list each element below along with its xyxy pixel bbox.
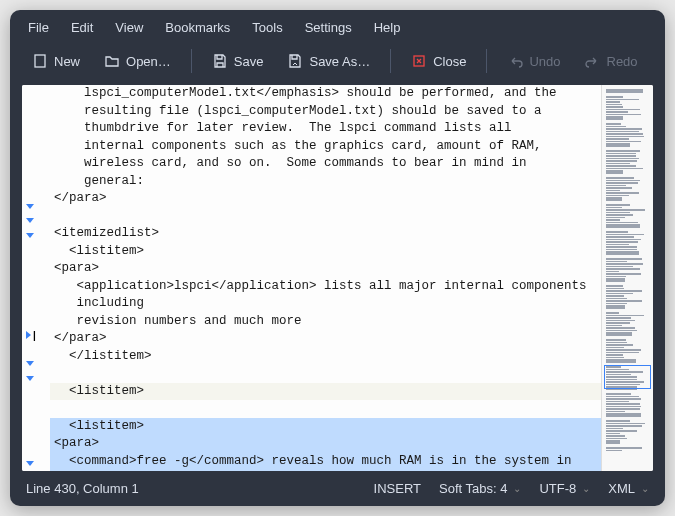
new-button[interactable]: New xyxy=(22,47,90,75)
code-line[interactable]: wireless card, and so on. Some commands … xyxy=(50,155,601,173)
undo-label: Undo xyxy=(529,54,560,69)
new-file-icon xyxy=(32,53,48,69)
menu-settings[interactable]: Settings xyxy=(305,20,352,35)
tab-mode[interactable]: Soft Tabs: 4⌄ xyxy=(439,481,521,496)
redo-icon xyxy=(585,53,601,69)
code-line[interactable]: revision numbers and much more xyxy=(50,313,601,331)
fold-marker-icon[interactable] xyxy=(26,461,34,466)
chevron-down-icon: ⌄ xyxy=(582,483,590,494)
code-line[interactable]: <para> xyxy=(50,435,601,453)
fold-marker-icon[interactable] xyxy=(26,233,34,238)
toolbar: New Open… Save Save As… Close Undo Redo xyxy=(10,41,665,85)
code-line[interactable]: <listitem> xyxy=(50,383,601,401)
redo-button[interactable]: Redo xyxy=(575,47,648,75)
menu-file[interactable]: File xyxy=(28,20,49,35)
code-line[interactable]: </para> xyxy=(50,190,601,208)
minimap-viewport[interactable] xyxy=(604,365,651,389)
code-line[interactable]: <application>lspci</application> lists a… xyxy=(50,278,601,296)
encoding-label: UTF-8 xyxy=(539,481,576,496)
fold-gutter[interactable]: | xyxy=(22,85,50,471)
code-line[interactable] xyxy=(50,208,601,226)
code-line[interactable]: general: xyxy=(50,173,601,191)
minimap[interactable] xyxy=(601,85,653,471)
menu-help[interactable]: Help xyxy=(374,20,401,35)
code-line[interactable]: resulting file (lspci_computerModel.txt)… xyxy=(50,103,601,121)
code-line[interactable]: <listitem> xyxy=(50,243,601,261)
svg-rect-0 xyxy=(35,55,45,67)
code-line[interactable]: including xyxy=(50,295,601,313)
save-button[interactable]: Save xyxy=(202,47,274,75)
close-label: Close xyxy=(433,54,466,69)
save-label: Save xyxy=(234,54,264,69)
close-icon xyxy=(411,53,427,69)
code-editor[interactable]: lspci_computerModel.txt</emphasis> shoul… xyxy=(50,85,601,471)
fold-marker-icon[interactable] xyxy=(26,376,34,381)
chevron-down-icon: ⌄ xyxy=(641,483,649,494)
code-line[interactable] xyxy=(50,365,601,383)
code-line[interactable]: <itemizedlist> xyxy=(50,225,601,243)
separator xyxy=(191,49,192,73)
saveas-button[interactable]: Save As… xyxy=(277,47,380,75)
folder-icon xyxy=(104,53,120,69)
chevron-down-icon: ⌄ xyxy=(513,483,521,494)
fold-marker-icon[interactable] xyxy=(26,204,34,209)
code-line[interactable]: </para> xyxy=(50,330,601,348)
menu-edit[interactable]: Edit xyxy=(71,20,93,35)
code-line[interactable]: <para> xyxy=(50,260,601,278)
redo-label: Redo xyxy=(607,54,638,69)
code-line[interactable]: <listitem> xyxy=(50,418,601,436)
save-icon xyxy=(212,53,228,69)
menubar: File Edit View Bookmarks Tools Settings … xyxy=(10,10,665,41)
new-label: New xyxy=(54,54,80,69)
separator xyxy=(390,49,391,73)
separator xyxy=(486,49,487,73)
undo-button[interactable]: Undo xyxy=(497,47,570,75)
open-label: Open… xyxy=(126,54,171,69)
saveas-label: Save As… xyxy=(309,54,370,69)
code-line[interactable]: </listitem> xyxy=(50,348,601,366)
undo-icon xyxy=(507,53,523,69)
editor-window: File Edit View Bookmarks Tools Settings … xyxy=(10,10,665,506)
code-line[interactable] xyxy=(50,400,601,418)
menu-view[interactable]: View xyxy=(115,20,143,35)
saveas-icon xyxy=(287,53,303,69)
fold-marker-icon[interactable] xyxy=(26,361,34,366)
tab-label: Soft Tabs: 4 xyxy=(439,481,507,496)
code-line[interactable]: thumbdrive for later review. The lspci c… xyxy=(50,120,601,138)
filetype-label: XML xyxy=(608,481,635,496)
fold-marker-icon[interactable] xyxy=(26,331,31,339)
filetype[interactable]: XML⌄ xyxy=(608,481,649,496)
fold-marker-icon[interactable] xyxy=(26,218,34,223)
editor-area: | lspci_computerModel.txt</emphasis> sho… xyxy=(22,85,653,471)
cursor-position: Line 430, Column 1 xyxy=(26,481,139,496)
code-line[interactable]: lspci_computerModel.txt</emphasis> shoul… xyxy=(50,85,601,103)
insert-mode[interactable]: INSERT xyxy=(374,481,421,496)
code-line[interactable]: <command>free -g</command> reveals how m… xyxy=(50,453,601,471)
close-button[interactable]: Close xyxy=(401,47,476,75)
menu-bookmarks[interactable]: Bookmarks xyxy=(165,20,230,35)
encoding[interactable]: UTF-8⌄ xyxy=(539,481,590,496)
menu-tools[interactable]: Tools xyxy=(252,20,282,35)
open-button[interactable]: Open… xyxy=(94,47,181,75)
minimap-content xyxy=(606,89,649,451)
statusbar: Line 430, Column 1 INSERT Soft Tabs: 4⌄ … xyxy=(10,471,665,506)
code-line[interactable]: internal components such as the graphics… xyxy=(50,138,601,156)
